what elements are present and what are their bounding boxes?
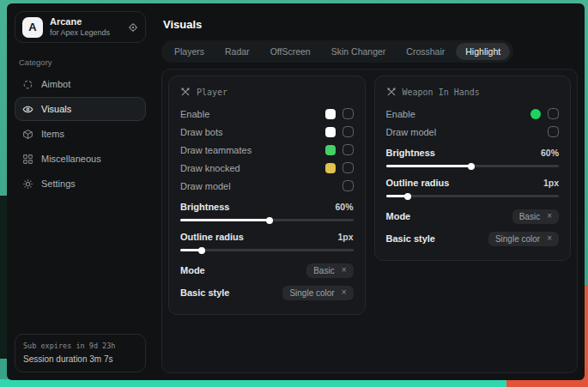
slider-thumb[interactable] <box>266 217 273 224</box>
slider-thumb[interactable] <box>198 247 205 254</box>
tab-skin-changer[interactable]: Skin Changer <box>322 43 396 60</box>
tab-crosshair[interactable]: Crosshair <box>397 43 454 60</box>
sidebar-item-aimbot[interactable]: Aimbot <box>15 72 146 96</box>
sidebar-item-items[interactable]: Items <box>15 122 146 146</box>
slider-thumb[interactable] <box>468 163 475 170</box>
slider-value: 60% <box>541 148 559 158</box>
basic-style-select-row: Basic style Single color × <box>180 281 354 304</box>
tab-players[interactable]: Players <box>165 43 214 60</box>
sub-expires-text: Sub expires in 9d 23h <box>23 341 137 353</box>
eye-icon <box>22 104 33 115</box>
main-content: Visuals Players Radar OffScreen Skin Cha… <box>153 3 585 380</box>
toggle-controls <box>325 162 354 173</box>
toggle-controls <box>325 144 354 155</box>
toggle-row-draw-teammates: Draw teammates <box>180 141 354 159</box>
crosshair-icon <box>22 79 33 90</box>
player-panel: Player Enable Draw bots <box>168 76 366 315</box>
app-name: Arcane <box>50 16 110 28</box>
color-swatch[interactable] <box>325 145 336 155</box>
select-label: Mode <box>180 265 205 275</box>
toggle-row-draw-bots: Draw bots <box>180 123 354 141</box>
enable-checkbox[interactable] <box>548 108 559 119</box>
draw-bots-checkbox[interactable] <box>342 126 354 137</box>
panels-container: Player Enable Draw bots <box>161 69 578 373</box>
slider-label: Brightness <box>180 202 229 212</box>
toggle-row-draw-model: Draw model <box>386 123 560 141</box>
sidebar-item-visuals[interactable]: Visuals <box>15 97 146 121</box>
remove-icon[interactable]: × <box>547 234 552 243</box>
remove-icon[interactable]: × <box>342 288 347 297</box>
sidebar: A Arcane for Apex Legends Category Aimbo… <box>7 3 153 380</box>
tab-offscreen[interactable]: OffScreen <box>261 43 320 60</box>
chip-label: Single color <box>495 234 540 244</box>
toggle-label: Draw model <box>180 181 231 191</box>
tab-radar[interactable]: Radar <box>215 43 259 60</box>
panel-title: Player <box>197 88 227 97</box>
sidebar-item-miscellaneous[interactable]: Miscellaneous <box>15 147 146 171</box>
remove-icon[interactable]: × <box>547 212 552 221</box>
toggle-label: Enable <box>386 109 415 119</box>
mode-select-row: Mode Basic × <box>180 259 354 281</box>
sidebar-item-label: Items <box>41 129 64 139</box>
chip-label: Single color <box>289 288 334 298</box>
app-logo: A <box>22 17 43 38</box>
toggle-row-enable: Enable <box>386 105 560 123</box>
outline-radius-slider[interactable] <box>386 195 560 197</box>
basic-style-chip[interactable]: Single color × <box>282 286 353 300</box>
enable-checkbox[interactable] <box>342 108 354 119</box>
toggle-label: Draw bots <box>180 127 223 137</box>
sidebar-item-label: Aimbot <box>41 79 70 89</box>
weapon-panel-header: Weapon In Hands <box>386 83 560 105</box>
session-duration-text: Session duration 3m 7s <box>23 353 137 366</box>
slider-value: 1px <box>337 232 353 242</box>
slider-label: Outline radius <box>180 232 244 242</box>
mode-chip[interactable]: Basic × <box>306 263 353 278</box>
target-settings-icon[interactable] <box>128 22 138 33</box>
draw-model-checkbox[interactable] <box>342 180 354 191</box>
toggle-controls <box>548 126 559 137</box>
remove-icon[interactable]: × <box>342 266 347 275</box>
app-window: A Arcane for Apex Legends Category Aimbo… <box>7 3 585 380</box>
draw-teammates-checkbox[interactable] <box>342 144 354 155</box>
mode-select-row: Mode Basic × <box>386 205 560 227</box>
toggle-label: Draw model <box>386 127 437 137</box>
chip-label: Basic <box>313 266 334 275</box>
brightness-slider-row: Brightness 60% <box>180 199 354 221</box>
grid-icon <box>22 154 33 165</box>
color-swatch[interactable] <box>325 127 336 137</box>
toggle-controls <box>342 180 354 191</box>
toggle-controls <box>530 108 559 119</box>
tab-highlight[interactable]: Highlight <box>456 43 510 60</box>
draw-knocked-checkbox[interactable] <box>342 162 354 173</box>
slider-thumb[interactable] <box>404 193 411 200</box>
chip-label: Basic <box>519 212 540 221</box>
select-label: Basic style <box>180 287 229 298</box>
toggle-controls <box>325 126 354 137</box>
app-subtitle: for Apex Legends <box>50 28 110 38</box>
color-swatch[interactable] <box>530 109 541 119</box>
slider-label: Brightness <box>386 148 435 158</box>
sidebar-item-label: Visuals <box>41 104 71 114</box>
toggle-label: Draw knocked <box>180 163 240 173</box>
brightness-slider[interactable] <box>180 219 354 221</box>
slider-label: Outline radius <box>386 178 450 188</box>
cube-icon <box>22 129 33 140</box>
background-teal-strip <box>0 379 588 387</box>
outline-radius-slider[interactable] <box>180 249 354 251</box>
weapon-in-hands-panel: Weapon In Hands Enable Draw model <box>374 76 572 261</box>
basic-style-chip[interactable]: Single color × <box>488 232 559 246</box>
page-title: Visuals <box>163 18 578 31</box>
visuals-tabbar: Players Radar OffScreen Skin Changer Cro… <box>161 40 513 63</box>
slider-value: 60% <box>335 202 353 212</box>
draw-model-checkbox[interactable] <box>548 126 559 137</box>
gear-icon <box>22 178 33 190</box>
mode-chip[interactable]: Basic × <box>512 209 559 224</box>
toggle-row-enable: Enable <box>180 105 354 123</box>
brightness-slider[interactable] <box>386 165 560 167</box>
color-swatch[interactable] <box>325 109 336 119</box>
sidebar-item-settings[interactable]: Settings <box>15 172 146 196</box>
sidebar-item-label: Miscellaneous <box>41 154 101 164</box>
slider-value: 1px <box>543 178 559 188</box>
color-swatch[interactable] <box>325 163 336 173</box>
toggle-row-draw-model: Draw model <box>180 177 354 195</box>
